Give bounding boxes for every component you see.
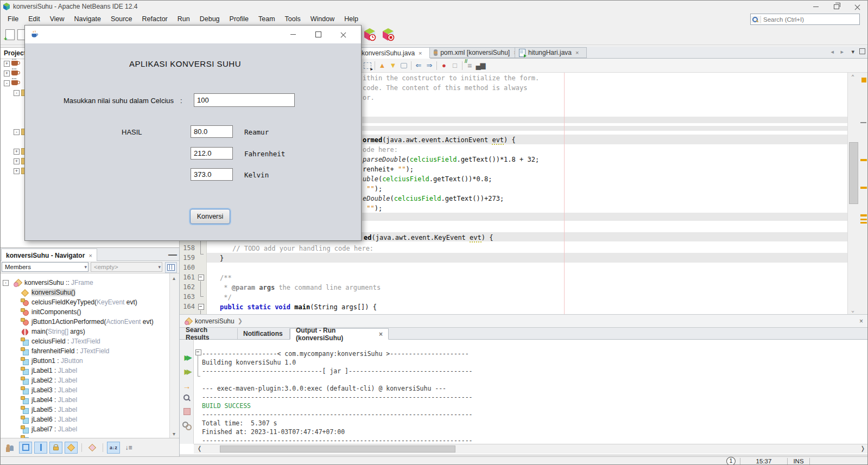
notifications-icon[interactable]: 1 (726, 457, 736, 465)
navigator-tree[interactable]: -konversiSuhu :: JFramekonversiSuhu()cel… (1, 273, 169, 438)
scrollbar-thumb[interactable] (220, 445, 455, 453)
editor-vertical-scrollbar[interactable]: ⌃ ⌄ (847, 73, 859, 314)
menu-window[interactable]: Window (306, 14, 339, 24)
app-minimize-button[interactable] (281, 26, 306, 43)
navigator-item[interactable]: -konversiSuhu :: JFrame (3, 278, 93, 288)
fold-toggle-icon[interactable] (198, 304, 204, 310)
result-field-kelvin[interactable]: 373.0 (191, 168, 233, 181)
navigator-tab[interactable]: konversiSuhu - Navigator × (1, 249, 97, 262)
menu-debug[interactable]: Debug (195, 14, 225, 24)
navigator-item[interactable]: jLabel5 : JLabel (20, 405, 77, 415)
show-inner-classes-icon[interactable] (65, 442, 78, 454)
menu-help[interactable]: Help (339, 14, 363, 24)
close-button[interactable] (847, 1, 867, 12)
navigator-item[interactable]: initComponents() (20, 307, 81, 317)
restore-button[interactable] (826, 1, 847, 12)
menu-navigate[interactable]: Navigate (69, 14, 106, 24)
navigator-item[interactable]: jButton1ActionPerformed(ActionEvent evt) (20, 317, 154, 327)
rectangular-selection-icon[interactable] (362, 60, 373, 71)
navigator-item[interactable]: konversiSuhu() (20, 288, 75, 297)
members-filter-combo[interactable]: Members▾ (2, 262, 88, 272)
sort-alphabetically-icon[interactable]: a↓z (107, 442, 120, 454)
expand-icon[interactable]: + (14, 158, 20, 164)
tab-close-icon[interactable]: × (379, 330, 383, 338)
navigator-item[interactable]: jLabel6 : JLabel (20, 415, 77, 424)
menu-team[interactable]: Team (254, 14, 280, 24)
rerun-with-args-icon[interactable]: ▶▶ (181, 366, 192, 377)
menu-refactor[interactable]: Refactor (137, 14, 173, 24)
output-horizontal-scrollbar[interactable]: ❬ ❭ (194, 444, 868, 454)
comment-icon[interactable]: ≡// (464, 60, 475, 71)
menu-source[interactable]: Source (106, 14, 137, 24)
navigator-item[interactable]: fahrenheitField : JTextField (20, 346, 109, 356)
scroll-down-icon[interactable]: ⌄ (851, 307, 854, 313)
find-in-output-icon[interactable] (181, 392, 192, 403)
menu-run[interactable]: Run (173, 14, 195, 24)
navigator-item[interactable]: jButton1 : JButton (20, 356, 83, 366)
show-non-public-icon[interactable] (49, 442, 62, 454)
stop-build-icon[interactable] (181, 406, 192, 417)
show-static-members-icon[interactable] (34, 442, 47, 454)
toggle-bookmark-icon[interactable] (398, 60, 409, 71)
celcius-input-field[interactable] (194, 93, 295, 107)
navigator-item[interactable]: celciusField : JTextField (20, 336, 100, 346)
output-tab[interactable]: Search Results (180, 328, 238, 339)
next-bookmark-icon[interactable]: ▼ (388, 60, 398, 71)
tab-list-dropdown-icon[interactable]: ▾ (851, 48, 854, 55)
menu-view[interactable]: View (45, 14, 69, 24)
menu-file[interactable]: File (3, 14, 23, 24)
navigator-item[interactable]: jLabel7 : JLabel (20, 424, 77, 434)
app-title-bar[interactable] (25, 26, 361, 43)
editor-tab-pom[interactable]: mpom.xml [konversiSuhu]× (429, 47, 515, 58)
tab-close-icon[interactable]: × (575, 49, 579, 56)
menu-profile[interactable]: Profile (225, 14, 254, 24)
show-fields-icon[interactable] (19, 442, 32, 454)
output-tab[interactable]: Notifications (238, 328, 290, 339)
search-input[interactable] (761, 16, 859, 23)
quick-search[interactable] (750, 14, 860, 25)
new-file-icon[interactable]: + (5, 29, 15, 40)
expand-icon[interactable]: + (4, 61, 10, 67)
navigator-columns-icon[interactable] (165, 262, 177, 273)
stop-macro-recording-icon[interactable]: □ (449, 60, 460, 71)
breadcrumb-close-icon[interactable]: × (859, 317, 863, 325)
start-macro-recording-icon[interactable]: ● (439, 60, 449, 71)
uncomment-icon[interactable]: ▄▆ (475, 60, 486, 71)
result-field-fahrenheit[interactable]: 212.0 (191, 147, 233, 160)
navigator-minimize-icon[interactable]: — (168, 250, 175, 257)
settings-gears-icon[interactable] (181, 420, 192, 431)
expand-icon[interactable]: + (14, 149, 20, 155)
scroll-up-icon[interactable]: ▴ (173, 275, 175, 281)
expand-icon[interactable]: + (14, 168, 20, 174)
scrollbar-thumb[interactable] (849, 142, 858, 204)
shift-left-icon[interactable]: ⇐ (413, 60, 424, 71)
konversi-button[interactable]: Konversi (190, 209, 230, 224)
previous-bookmark-icon[interactable]: ▲ (377, 60, 388, 71)
sort-by-source-icon[interactable]: ↓≡ (122, 442, 135, 454)
navigator-item[interactable]: jLabel4 : JLabel (20, 395, 77, 405)
profile-project-icon[interactable] (363, 28, 377, 44)
menu-tools[interactable]: Tools (280, 14, 306, 24)
fold-toggle-icon[interactable] (198, 275, 204, 281)
result-field-reamur[interactable]: 80.0 (191, 125, 233, 138)
scroll-up-icon[interactable]: ⌃ (851, 74, 854, 80)
collapse-icon[interactable]: - (3, 280, 9, 286)
scroll-down-icon[interactable]: ▾ (173, 431, 175, 437)
scroll-left-icon[interactable]: ❬ (197, 445, 202, 452)
inheritance-filter-combo[interactable]: <empty>▾ (91, 262, 162, 272)
inherited-members-icon[interactable] (4, 442, 17, 454)
tab-scroll-right-icon[interactable]: ▸ (840, 48, 844, 55)
search-icon[interactable] (751, 16, 761, 23)
navigator-item[interactable]: jLabel3 : JLabel (20, 385, 77, 395)
navigator-item[interactable]: jLabel2 : JLabel (20, 375, 77, 385)
app-close-button[interactable] (331, 26, 356, 43)
expand-icon[interactable]: + (4, 71, 10, 77)
collapse-icon[interactable]: - (4, 80, 10, 86)
konversi-suhu-app-window[interactable]: APLIKASI KONVERSI SUHU Masukkan nilai su… (24, 25, 362, 241)
navigator-item[interactable]: celciusFieldKeyTyped(KeyEvent evt) (20, 297, 137, 307)
fully-qualified-names-icon[interactable] (86, 442, 99, 454)
navigator-scrollbar[interactable]: ▴ ▾ (169, 273, 179, 438)
tab-close-icon[interactable]: × (419, 50, 422, 56)
collapse-icon[interactable]: - (14, 129, 20, 135)
menu-edit[interactable]: Edit (23, 14, 45, 24)
